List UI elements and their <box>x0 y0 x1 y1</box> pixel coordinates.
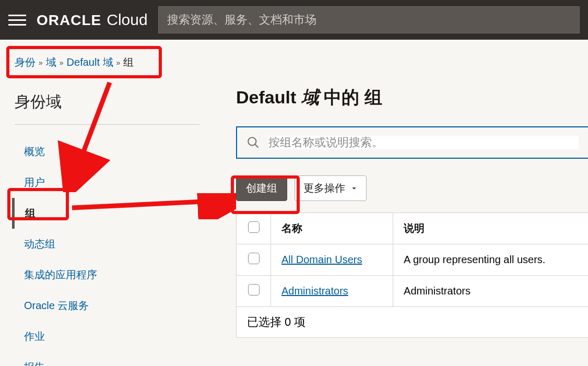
crumb-current: 组 <box>123 55 134 69</box>
table-row: Administrators Administrators <box>237 276 589 307</box>
col-header-name: 名称 <box>271 213 393 244</box>
filter-search-input[interactable] <box>268 136 579 149</box>
filter-search[interactable] <box>236 126 588 159</box>
select-all-checkbox[interactable] <box>248 221 260 233</box>
breadcrumb: 身份 » 域 » Default 域 » 组 <box>15 55 219 69</box>
sidebar-item-jobs[interactable]: 作业 <box>15 321 219 352</box>
sidebar-item-overview[interactable]: 概览 <box>15 136 219 167</box>
sidebar-nav: 概览 用户 组 动态组 集成的应用程序 Oracle 云服务 作业 报告 <box>15 136 219 366</box>
row-checkbox[interactable] <box>248 284 260 296</box>
chevron-right-icon: » <box>39 58 43 67</box>
crumb-default-domain[interactable]: Default 域 <box>67 55 113 69</box>
group-description: A group representing all users. <box>393 244 588 276</box>
chevron-right-icon: » <box>60 58 64 67</box>
sidebar-item-users[interactable]: 用户 <box>15 167 219 198</box>
brand-logo: ORACLE Cloud <box>37 11 148 29</box>
brand-text: ORACLE <box>37 12 101 29</box>
chevron-right-icon: » <box>116 58 121 67</box>
crumb-identity[interactable]: 身份 <box>15 55 36 69</box>
group-link[interactable]: Administrators <box>281 285 348 297</box>
svg-line-1 <box>255 144 258 148</box>
table-row: All Domain Users A group representing al… <box>237 244 589 276</box>
title-suffix: 中的 组 <box>324 87 382 107</box>
chevron-down-icon <box>350 185 358 192</box>
groups-table: 名称 说明 All Domain Users A group represent… <box>236 212 588 307</box>
nav-hamburger[interactable] <box>8 11 26 29</box>
group-description: Administrators <box>393 276 588 307</box>
global-search-input[interactable] <box>167 13 571 27</box>
title-prefix: Default <box>236 87 296 107</box>
sidebar-heading: 身份域 <box>15 91 199 125</box>
sidebar-item-groups[interactable]: 组 <box>12 198 219 229</box>
crumb-domains[interactable]: 域 <box>46 55 56 69</box>
more-actions-button[interactable]: 更多操作 <box>295 175 367 201</box>
selection-status: 已选择 0 项 <box>236 307 588 338</box>
search-icon <box>246 136 260 149</box>
title-domain-word: 域 <box>301 87 319 107</box>
sidebar-item-integrated-apps[interactable]: 集成的应用程序 <box>15 259 219 290</box>
sidebar-item-reports[interactable]: 报告 <box>15 352 219 366</box>
create-group-button[interactable]: 创建组 <box>236 175 287 201</box>
sidebar-item-dynamic-groups[interactable]: 动态组 <box>15 229 219 259</box>
col-header-desc: 说明 <box>393 213 588 244</box>
svg-point-0 <box>248 137 256 145</box>
sidebar-item-oracle-cloud-services[interactable]: Oracle 云服务 <box>15 290 219 321</box>
global-search[interactable] <box>158 6 580 33</box>
more-actions-label: 更多操作 <box>303 181 345 195</box>
brand-text-secondary: Cloud <box>107 11 147 29</box>
row-checkbox[interactable] <box>248 253 260 264</box>
page-title: Default 域 中的 组 <box>236 86 588 110</box>
group-link[interactable]: All Domain Users <box>281 254 362 265</box>
